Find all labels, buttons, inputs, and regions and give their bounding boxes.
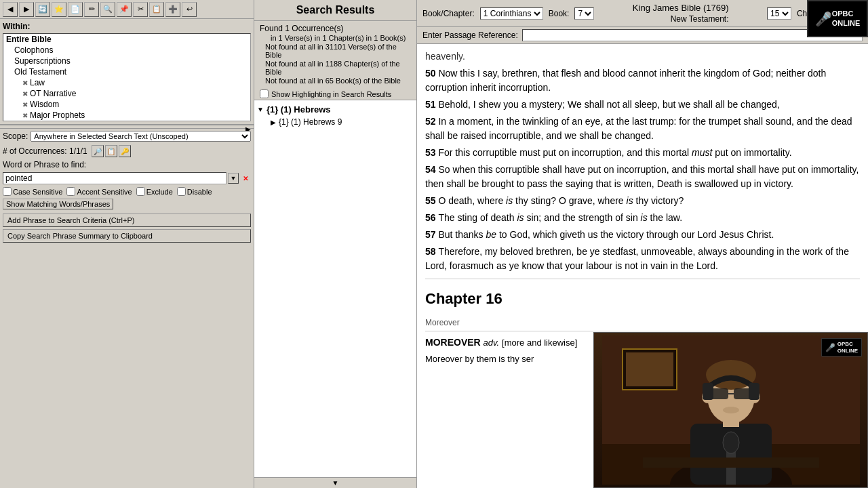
toolbar-btn-12[interactable]: ↩ (182, 2, 197, 17)
tree-item-entire-bible[interactable]: Entire Bible (3, 34, 250, 45)
add-phrase-btn[interactable]: Add Phrase to Search Criteria (Ctrl+P) (3, 214, 251, 227)
scope-select[interactable]: Anywhere in Selected Search Text (Unscop… (31, 131, 251, 142)
video-overlay: 🎤 OPBCONLINE (593, 332, 868, 488)
word-def-italic: adv. (484, 338, 500, 348)
phrase-clear-btn[interactable]: ✕ (240, 173, 251, 184)
accent-sensitive-checkbox-item[interactable]: Accent Sensitive (66, 187, 132, 196)
video-opbc-mic-icon: 🎤 (825, 343, 835, 352)
verse-text-52: In a moment, in the twinkling of an eye,… (425, 116, 852, 141)
case-sensitive-checkbox[interactable] (3, 187, 12, 196)
found-line: Found 1 Occurrence(s) (260, 24, 411, 33)
phrase-input-row: ▼ ✕ (0, 171, 254, 186)
book-chapter-row: Book/Chapter: 1 Corinthians Book: 7 (422, 7, 594, 20)
toolbar-btn-4[interactable]: ⭐ (52, 2, 66, 17)
tree-item-law[interactable]: ✖ Law (3, 77, 250, 88)
tree-item-superscriptions[interactable]: Superscriptions (3, 56, 250, 66)
video-opbc-logo: 🎤 OPBCONLINE (821, 338, 862, 357)
svg-rect-15 (749, 383, 760, 400)
tree-item-wisdom[interactable]: ✖ Wisdom (3, 99, 250, 110)
verse-53: 53 For this corruptible must put on inco… (425, 146, 860, 160)
verse-51: 51 Behold, I shew you a mystery; We shal… (425, 98, 860, 112)
toolbar-btn-3[interactable]: 🔄 (35, 2, 50, 17)
not-found-1: Not found at all in 31101 Verse(s) of th… (260, 43, 411, 59)
toolbar-btn-7[interactable]: 🔍 (100, 2, 115, 17)
passage-row: Enter Passage Reference: (417, 27, 868, 44)
occurrence-icon-2[interactable]: 📋 (105, 145, 117, 157)
phrase-arrow-btn[interactable]: ▼ (228, 173, 239, 184)
x-mark-wisdom: ✖ (22, 101, 28, 108)
verse-58: 58 Therefore, my beloved brethren, be ye… (425, 245, 860, 273)
disable-label: Disable (187, 188, 212, 196)
verse-select[interactable]: 15 (767, 7, 791, 20)
toolbar-btn-2[interactable]: ▶ (19, 2, 34, 17)
within-label: Within: (3, 22, 251, 31)
book-select[interactable]: 1 Corinthians (480, 7, 543, 20)
accent-sensitive-checkbox[interactable] (66, 187, 75, 196)
toolbar-btn-6[interactable]: ✏ (84, 2, 99, 17)
result-item-hebrews-9[interactable]: ▶ {1} (1) Hebrews 9 (257, 116, 414, 128)
verse-num-56: 56 (425, 212, 438, 223)
occurrence-icon-3[interactable]: 🔑 (119, 145, 131, 157)
action-buttons: Add Phrase to Search Criteria (Ctrl+P) C… (0, 211, 254, 245)
triangle-right-icon: ▶ (271, 119, 276, 126)
x-mark-ot-narrative: ✖ (22, 90, 28, 98)
svg-point-16 (723, 407, 739, 413)
heavenly-text: heavenly. (425, 49, 860, 66)
exclude-checkbox[interactable] (136, 187, 145, 196)
ot-narrative-label: OT Narrative (30, 89, 76, 98)
word-def-text: [more and likewise] (502, 338, 577, 348)
show-highlight-checkbox[interactable] (260, 89, 269, 98)
exclude-checkbox-item[interactable]: Exclude (136, 187, 173, 196)
video-opbc-text: OPBCONLINE (837, 341, 858, 354)
scroll-down-arrow[interactable]: ▼ (254, 477, 416, 488)
case-sensitive-checkbox-item[interactable]: Case Sensitive (3, 187, 62, 196)
tree-item-major-prophets[interactable]: ✖ Major Prophets (3, 110, 250, 121)
result-group-hebrews: ▼ {1} (1) Hebrews ▶ {1} (1) Hebrews 9 (257, 103, 414, 128)
verse-num-53: 53 (425, 147, 438, 158)
result-group-header[interactable]: ▼ {1} (1) Hebrews (257, 103, 414, 116)
verse-text-50: Now this I say, brethren, that flesh and… (425, 68, 826, 93)
svg-rect-14 (703, 383, 713, 400)
phrase-label-row: Word or Phrase to find: (0, 159, 254, 171)
show-matching-btn[interactable]: Show Matching Words/Phrases (3, 199, 113, 209)
disable-checkbox-item[interactable]: Disable (177, 187, 212, 196)
testament-label: New Testament: (671, 14, 729, 24)
toolbar-btn-9[interactable]: ✂ (133, 2, 148, 17)
main-container: 🎤 OPBCONLINE ◀ ▶ 🔄 ⭐ 📄 ✏ 🔍 📌 ✂ 📋 ➕ ↩ Wit… (0, 0, 868, 488)
book-label: Book: (549, 9, 570, 18)
x-mark-major-prophets: ✖ (22, 112, 28, 119)
toolbar-btn-5[interactable]: 📄 (68, 2, 83, 17)
search-results-header: Search Results (254, 0, 416, 21)
toolbar-btn-1[interactable]: ◀ (3, 2, 18, 17)
phrase-input[interactable] (3, 172, 226, 184)
copy-summary-btn[interactable]: Copy Search Phrase Summary to Clipboard (3, 229, 251, 243)
left-panel: ◀ ▶ 🔄 ⭐ 📄 ✏ 🔍 📌 ✂ 📋 ➕ ↩ Within: Entire B… (0, 0, 254, 488)
disable-checkbox[interactable] (177, 187, 186, 196)
middle-panel: Search Results Found 1 Occurrence(s) in … (254, 0, 417, 488)
toolbar-btn-10[interactable]: 📋 (149, 2, 164, 17)
verse-57: 57 But thanks be to God, which giveth us… (425, 228, 860, 242)
show-highlight-row: Show Highlighting in Search Results (254, 88, 416, 100)
toolbar-btn-11[interactable]: ➕ (165, 2, 180, 17)
occurrence-icon-1[interactable]: 🔎 (92, 145, 104, 157)
results-text-panel: Found 1 Occurrence(s) in 1 Verse(s) in 1… (254, 21, 416, 88)
tree-panel[interactable]: Entire Bible Colophons Superscriptions O… (3, 33, 251, 121)
verse-num-55: 55 (425, 195, 438, 206)
kjv-info: King James Bible (1769) New Testament: (633, 3, 729, 24)
within-section: Within: Entire Bible Colophons Superscri… (0, 19, 254, 125)
passage-ref-label: Enter Passage Reference: (422, 30, 518, 40)
exclude-label: Exclude (146, 188, 173, 196)
tree-item-old-testament[interactable]: Old Testament (3, 66, 250, 77)
toolbar-btn-8[interactable]: 📌 (117, 2, 132, 17)
verse-num-57: 57 (425, 229, 438, 240)
chapter-16-heading: Chapter 16 (425, 279, 860, 315)
results-tree[interactable]: ▼ {1} (1) Hebrews ▶ {1} (1) Hebrews 9 (254, 100, 416, 477)
word-def-bold: MOREOVER (425, 337, 481, 348)
verse-54: 54 So when this corruptible shall have p… (425, 163, 860, 191)
in-verse-line: in 1 Verse(s) in 1 Chapter(s) in 1 Book(… (260, 34, 411, 42)
svg-point-18 (723, 432, 739, 453)
tree-item-colophons[interactable]: Colophons (3, 45, 250, 56)
phrase-label: Word or Phrase to find: (3, 160, 86, 169)
tree-item-ot-narrative[interactable]: ✖ OT Narrative (3, 88, 250, 99)
book-num-select[interactable]: 7 (574, 7, 594, 20)
